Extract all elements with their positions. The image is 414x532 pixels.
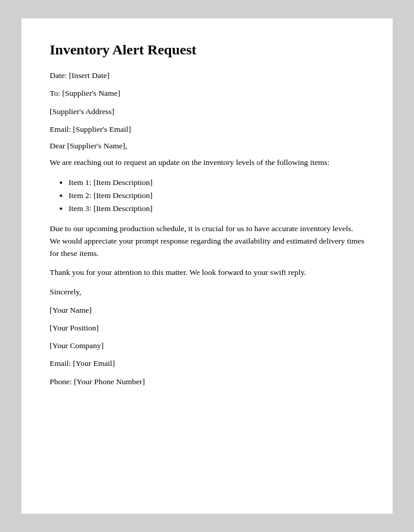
salutation: Dear [Supplier's Name],: [50, 141, 364, 151]
paragraph1: We are reaching out to request an update…: [50, 157, 364, 169]
paragraph2: Due to our upcoming production schedule,…: [50, 223, 364, 260]
your-email: Email: [Your Email]: [50, 358, 364, 369]
your-position: [Your Position]: [50, 322, 364, 334]
document-container: Inventory Alert Request Date: [Insert Da…: [21, 18, 393, 514]
your-phone: Phone: [Your Phone Number]: [50, 376, 364, 388]
closing: Sincerely,: [50, 286, 364, 298]
items-list: Item 1: [Item Description] Item 2: [Item…: [69, 176, 364, 216]
your-company: [Your Company]: [50, 340, 364, 352]
list-item: Item 3: [Item Description]: [69, 202, 364, 215]
paragraph3: Thank you for your attention to this mat…: [50, 267, 364, 279]
signature-block: [Your Name] [Your Position] [Your Compan…: [50, 304, 364, 388]
list-item: Item 2: [Item Description]: [69, 189, 364, 202]
email-field: Email: [Supplier's Email]: [50, 124, 364, 135]
list-item: Item 1: [Item Description]: [69, 176, 364, 189]
address-field: [Supplier's Address]: [50, 106, 364, 118]
date-field: Date: [Insert Date]: [50, 70, 364, 82]
your-name: [Your Name]: [50, 304, 364, 316]
to-field: To: [Supplier's Name]: [50, 87, 364, 99]
document-title: Inventory Alert Request: [50, 42, 364, 58]
